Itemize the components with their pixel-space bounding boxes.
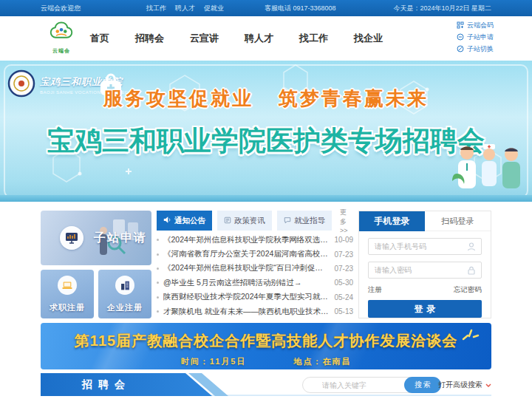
- notice-item[interactable]: 《2024年郑州信息科技职业学院“百日冲刺促就业”线... 07-23: [157, 262, 353, 276]
- side-link-label: 子站申请: [467, 33, 494, 42]
- notice-date: 07-23: [334, 265, 353, 273]
- notice-item[interactable]: 《河南省教育厅办公室关于2024届河南省高校毕业生就... 07-23: [157, 247, 353, 261]
- chat-icon: [284, 216, 291, 225]
- fair-promo-banner[interactable]: 第115届产教融合校企合作暨高技能人才协作发展洽谈会 时间：11月5日 地点：在…: [41, 323, 491, 369]
- notice-title: 《2024年郑州信息科技职业学院秋季网络双选会》: [163, 235, 328, 245]
- nav-item-cloud-lecture[interactable]: 云宣讲: [190, 32, 219, 45]
- tab-phone-login[interactable]: 手机登录: [359, 211, 425, 231]
- notice-date: 07-23: [334, 250, 353, 259]
- logo-text: 云端会: [43, 47, 80, 55]
- notice-title: 才聚陕机电 就业有未来——陕西机电职业技术学院202...: [163, 307, 328, 317]
- nav-item-find-job[interactable]: 找工作: [299, 32, 328, 45]
- notice-title: @毕业生 5月云南这些招聘活动别错过→: [163, 278, 328, 288]
- jobfair-header: 招聘会 搜索 打开高级搜索: [41, 373, 491, 396]
- content-row: 子站申请 求职注册 企业注册 通知: [41, 211, 491, 318]
- login-button[interactable]: 登录: [368, 300, 482, 318]
- notice-list: 《2024年郑州信息科技职业学院秋季网络双选会》 10-09 《河南省教育厅办公…: [157, 233, 353, 318]
- qr-code-icon: [457, 21, 464, 30]
- jobfair-tab[interactable]: 招聘会: [41, 373, 212, 396]
- tab-label: 就业指导: [294, 216, 325, 226]
- promo-substation-label: 子站申请: [94, 231, 147, 246]
- bullet-icon: [157, 267, 159, 270]
- bullet-icon: [157, 296, 159, 299]
- banner-bottom-strip: [0, 195, 532, 202]
- advanced-search-label: 打开高级搜索: [438, 380, 482, 390]
- login-panel: 手机登录 扫码登录 注册 忘记密码 登录: [358, 211, 491, 318]
- bullet-icon: [157, 282, 159, 284]
- laptop-icon: [58, 276, 77, 295]
- notice-item[interactable]: 陕西财经职业技术学院2024年夏季大型实习就业双选会... 05-24: [157, 290, 353, 304]
- notice-date: 05-13: [334, 307, 353, 316]
- fair-promo-title: 第115届产教融合校企合作暨高技能人才协作发展洽谈会: [41, 331, 491, 351]
- side-link-label: 子站切换: [467, 44, 494, 54]
- phone-input[interactable]: [375, 242, 463, 250]
- nav-item-home[interactable]: 首页: [90, 32, 109, 45]
- more-link[interactable]: 更多>>: [337, 211, 353, 231]
- side-link-substation-switch[interactable]: 子站切换: [457, 44, 494, 54]
- spark-icon: [460, 327, 480, 345]
- welcome-text: 云端会欢迎您: [41, 0, 81, 16]
- tab-notice-announcement[interactable]: 通知公告: [157, 211, 212, 231]
- forgot-password-link[interactable]: 忘记密码: [454, 285, 482, 295]
- tab-label: 通知公告: [174, 216, 205, 226]
- side-link-cloud-code[interactable]: 云端会码: [457, 21, 494, 30]
- user-icon: [466, 242, 477, 255]
- promo-company-label: 企业注册: [98, 302, 151, 313]
- nav-item-jobfair[interactable]: 招聘会: [135, 32, 164, 45]
- building-icon: [115, 276, 134, 295]
- speaker-icon: [163, 216, 171, 225]
- notice-date: 05-30: [334, 279, 353, 287]
- bullet-icon: [157, 310, 159, 313]
- fair-promo-time: 时间：11月5日: [181, 356, 247, 367]
- notice-title: 陕西财经职业技术学院2024年夏季大型实习就业双选会...: [163, 292, 328, 302]
- advanced-search-toggle[interactable]: 打开高级搜索: [438, 380, 491, 390]
- service-phone: 客服电话 0917-3368008: [265, 0, 336, 16]
- site-logo[interactable]: 云端会: [43, 21, 80, 58]
- bullet-icon: [157, 253, 159, 256]
- notice-title: 《2024年郑州信息科技职业学院“百日冲刺促就业”线...: [163, 263, 328, 273]
- tab-policy-news[interactable]: 政策资讯: [217, 211, 272, 231]
- side-link-label: 云端会码: [467, 21, 494, 30]
- tab-qr-login[interactable]: 扫码登录: [425, 211, 491, 231]
- promo-company-register[interactable]: 企业注册: [98, 270, 151, 318]
- notice-tabs: 通知公告 政策资讯 就业指导 更多>>: [157, 211, 353, 231]
- search-input[interactable]: [322, 381, 402, 389]
- password-input[interactable]: [375, 266, 463, 274]
- phone-field-wrap: [368, 238, 482, 255]
- tab-label: 政策资讯: [234, 216, 265, 226]
- notice-item[interactable]: 才聚陕机电 就业有未来——陕西机电职业技术学院202... 05-13: [157, 304, 353, 318]
- fair-promo-location: 地点：在南昌: [293, 356, 351, 367]
- main-navbar: 云端会 首页 招聘会 云宣讲 聘人才 找工作 找企业 云端会码 子站申请 子站切…: [0, 16, 532, 61]
- banner-slogan: 服务攻坚促就业筑梦青春赢未来: [0, 86, 532, 112]
- notice-date: 05-24: [334, 293, 353, 301]
- promo-jobseeker-label: 求职注册: [41, 302, 94, 313]
- nav-side-links: 云端会码 子站申请 子站切换: [457, 21, 494, 54]
- promo-substation-apply[interactable]: 子站申请: [41, 211, 151, 265]
- password-field-wrap: [368, 262, 482, 279]
- topbar-link-employment[interactable]: 促就业: [204, 4, 224, 13]
- notice-panel: 通知公告 政策资讯 就业指导 更多>> 《2024年郑州信息科技职业学院秋季网络…: [157, 211, 353, 318]
- topbar-link-findjob[interactable]: 找工作: [146, 4, 166, 13]
- tab-career-guidance[interactable]: 就业指导: [277, 211, 332, 231]
- document-icon: [224, 216, 231, 225]
- switch-icon: [457, 45, 464, 54]
- promo-jobseeker-register[interactable]: 求职注册: [41, 270, 94, 318]
- notice-item[interactable]: @毕业生 5月云南这些招聘活动别错过→ 05-30: [157, 276, 353, 290]
- bullet-icon: [157, 239, 159, 241]
- hero-banner[interactable]: 宝鸡三和职业学院 BAOJI SANHE VOCATIONAL COLLEGE …: [0, 61, 532, 202]
- register-link[interactable]: 注册: [368, 285, 382, 295]
- jobfair-section: 招聘会 搜索 打开高级搜索: [41, 373, 491, 398]
- nav-item-find-company[interactable]: 找企业: [354, 32, 383, 45]
- apply-icon: [457, 33, 464, 42]
- main-menu: 首页 招聘会 云宣讲 聘人才 找工作 找企业: [90, 16, 383, 61]
- chevron-down-icon: [485, 381, 491, 389]
- topbar-link-hire[interactable]: 聘人才: [175, 4, 195, 13]
- search-button[interactable]: 搜索: [404, 377, 441, 393]
- nav-item-hire-talent[interactable]: 聘人才: [245, 32, 273, 45]
- notice-date: 10-09: [334, 236, 353, 244]
- lock-icon: [466, 265, 477, 279]
- side-link-substation-apply[interactable]: 子站申请: [457, 33, 494, 42]
- medical-staff-illustration: [449, 138, 526, 196]
- notice-item[interactable]: 《2024年郑州信息科技职业学院秋季网络双选会》 10-09: [157, 233, 353, 247]
- monitor-icon: [60, 226, 83, 250]
